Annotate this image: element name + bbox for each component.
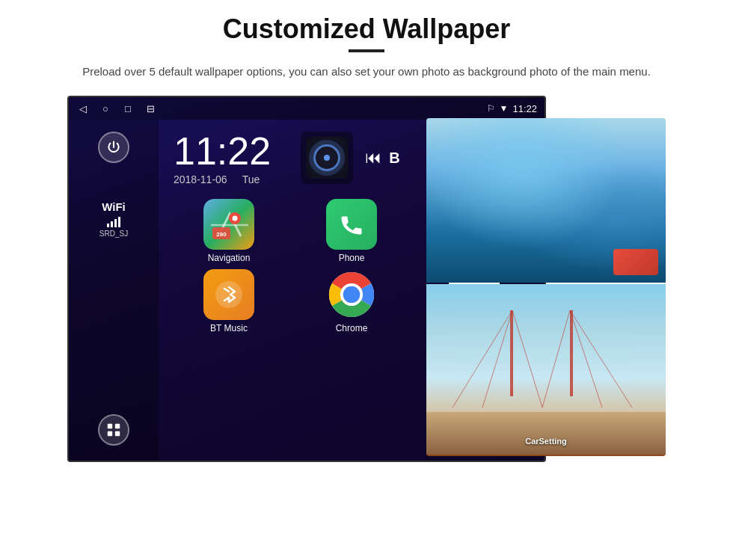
svg-line-30	[570, 310, 632, 407]
status-time: 11:22	[512, 103, 537, 114]
svg-text:280: 280	[216, 231, 227, 238]
bt-music-icon	[203, 269, 254, 320]
location-icon: ⚐	[487, 103, 495, 114]
recent-nav-icon[interactable]: □	[121, 102, 135, 115]
wifi-bars	[107, 215, 120, 227]
page-subtitle: Preload over 5 default wallpaper options…	[82, 63, 651, 81]
navigation-icon: 280	[203, 199, 254, 250]
wallpaper-previews: CarSetting	[426, 118, 666, 462]
clock-time: 11:22	[174, 132, 271, 170]
home-nav-icon[interactable]: ○	[99, 102, 112, 115]
chrome-label: Chrome	[336, 323, 368, 333]
status-bar-nav: ◁ ○ □ ⊟	[76, 102, 157, 115]
svg-line-25	[453, 310, 512, 407]
phone-label: Phone	[339, 253, 365, 263]
bt-music-label: BT Music	[210, 323, 248, 333]
svg-rect-1	[115, 424, 120, 428]
svg-line-27	[512, 310, 542, 407]
prev-track-icon[interactable]: ⏮	[365, 148, 381, 167]
app-item-bt-music[interactable]: BT Music	[171, 269, 287, 333]
app-item-phone[interactable]: Phone	[293, 199, 410, 263]
phone-icon	[326, 199, 377, 250]
android-screen-wrapper: ◁ ○ □ ⊟ ⚐ ▼ 11:22	[67, 96, 666, 462]
svg-line-29	[570, 310, 602, 407]
carsetting-label: CarSetting	[525, 437, 567, 446]
apps-grid-button[interactable]	[98, 414, 129, 446]
svg-rect-0	[108, 424, 112, 428]
media-controls: ⏮ B	[365, 148, 399, 167]
navigation-label: Navigation	[208, 253, 251, 263]
status-bar-indicators: ⚐ ▼ 11:22	[487, 103, 537, 114]
wifi-label: WiFi	[102, 200, 126, 213]
chrome-icon	[326, 269, 377, 320]
back-nav-icon[interactable]: ◁	[76, 102, 90, 115]
clock-info: 11:22 2018-11-06 Tue	[174, 132, 271, 185]
sidebar: WiFi SRD_SJ	[69, 120, 159, 461]
app-item-navigation[interactable]: 280 Navigation	[171, 199, 287, 263]
wifi-info: WiFi SRD_SJ	[99, 200, 128, 238]
svg-point-6	[233, 216, 238, 221]
page-title: Customized Wallpaper	[223, 13, 511, 45]
day-value: Tue	[242, 173, 260, 185]
title-divider	[349, 49, 384, 52]
media-icon-box	[301, 132, 353, 184]
screenshot-nav-icon[interactable]: ⊟	[144, 102, 157, 115]
signal-dot	[324, 155, 330, 161]
wifi-ssid: SRD_SJ	[99, 230, 128, 238]
media-area: ⏮ B	[301, 132, 399, 184]
svg-point-13	[215, 281, 242, 308]
svg-line-26	[482, 310, 512, 407]
app-item-chrome[interactable]: Chrome	[293, 269, 410, 333]
wallpaper-preview-1	[426, 118, 666, 283]
svg-rect-3	[115, 431, 120, 436]
wallpaper-preview-2: CarSetting	[426, 284, 666, 456]
signal-icon: ▼	[500, 103, 509, 114]
signal-rings	[313, 144, 340, 171]
svg-point-16	[343, 286, 361, 304]
power-button[interactable]	[98, 132, 129, 163]
track-letter: B	[389, 150, 399, 167]
status-bar: ◁ ○ □ ⊟ ⚐ ▼ 11:22	[69, 97, 545, 120]
media-icon-inner	[306, 137, 348, 179]
clock-date: 2018-11-06 Tue	[174, 173, 271, 185]
svg-line-28	[542, 310, 570, 407]
date-value: 2018-11-06	[174, 173, 227, 185]
red-box-preview	[613, 249, 658, 275]
svg-rect-2	[108, 431, 112, 436]
